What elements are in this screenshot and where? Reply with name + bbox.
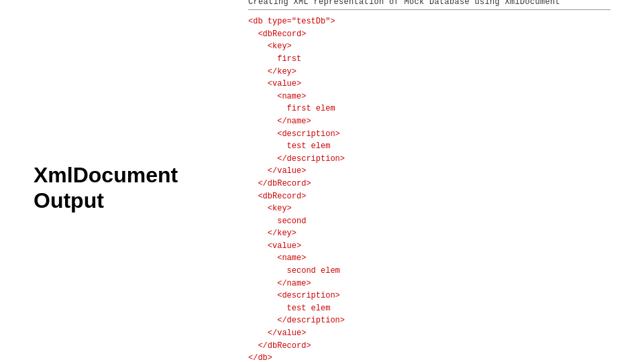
slide-title: XmlDocument Output	[34, 162, 221, 214]
slide-container: XmlDocument Output Creating XML represen…	[0, 0, 644, 362]
code-header: Creating XML representation of Mock Data…	[248, 0, 610, 7]
left-panel: XmlDocument Output	[34, 149, 221, 214]
right-panel: Creating XML representation of Mock Data…	[248, 0, 610, 362]
code-block: <db type="testDb"> <dbRecord> <key> firs…	[248, 15, 610, 362]
divider	[248, 9, 610, 10]
